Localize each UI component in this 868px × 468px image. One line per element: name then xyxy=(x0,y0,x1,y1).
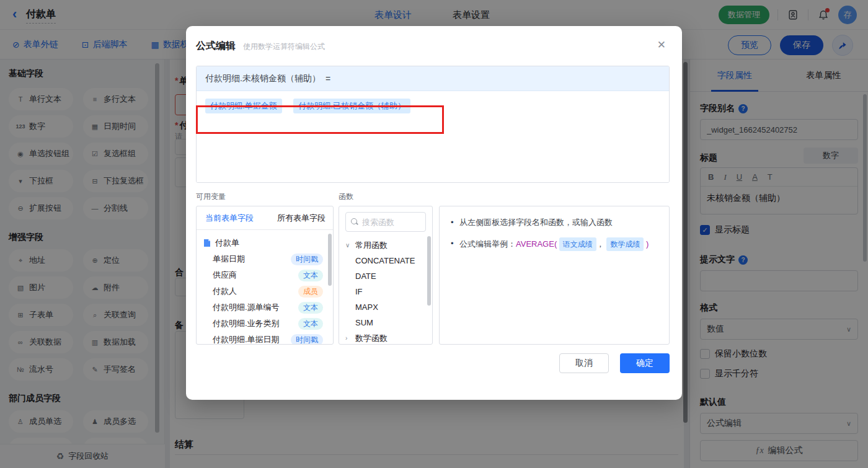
variables-root-node[interactable]: 付款单 xyxy=(197,235,333,251)
close-icon[interactable]: ✕ xyxy=(657,38,666,51)
variables-tabs: 当前表单字段 所有表单字段 xyxy=(197,206,333,230)
function-item[interactable]: MAPX xyxy=(339,299,432,315)
formula-input-area[interactable]: 付款明细.单据金额-付款明细.已核销金额（辅助） xyxy=(197,91,669,182)
variable-item[interactable]: 付款人成员 xyxy=(197,283,333,299)
variable-item[interactable]: 付款明细.源单编号文本 xyxy=(197,299,333,316)
variables-panel: 当前表单字段 所有表单字段 付款单 单据日期时间戳 供应商文本 付款人成员 付款… xyxy=(196,206,334,345)
variable-name: 供应商 xyxy=(213,270,237,281)
function-group-math[interactable]: › 数学函数 xyxy=(339,330,432,345)
panel-labels-row: 可用变量 函数 xyxy=(196,192,670,202)
example-function-open: AVERAGE( xyxy=(516,239,557,249)
type-badge: 文本 xyxy=(298,302,323,314)
confirm-button[interactable]: 确定 xyxy=(620,353,670,373)
modal-title: 公式编辑 xyxy=(196,40,236,53)
variable-item[interactable]: 付款明细.业务类别文本 xyxy=(197,316,333,332)
tab-current-form-fields[interactable]: 当前表单字段 xyxy=(205,213,254,224)
formula-token-right[interactable]: 付款明细.已核销金额（辅助） xyxy=(293,99,410,113)
variables-label: 可用变量 xyxy=(196,192,339,202)
tab-all-form-fields[interactable]: 所有表单字段 xyxy=(277,213,326,224)
variable-name: 付款明细.业务类别 xyxy=(213,318,280,329)
formula-target-bar: 付款明细.未核销金额（辅助） = xyxy=(197,66,669,91)
modal-header: 公式编辑 使用数学运算符编辑公式 xyxy=(186,26,682,53)
variable-item[interactable]: 付款明细.单据日期时间戳 xyxy=(197,332,333,345)
formula-target: 付款明细.未核销金额（辅助） xyxy=(205,73,321,84)
function-search-box[interactable] xyxy=(345,212,426,232)
formula-token-left[interactable]: 付款明细.单据金额 xyxy=(205,99,282,113)
root-label: 付款单 xyxy=(215,237,239,249)
type-badge: 文本 xyxy=(298,318,323,330)
type-badge: 文本 xyxy=(298,270,323,281)
variables-list: 付款单 单据日期时间戳 供应商文本 付款人成员 付款明细.源单编号文本 付款明细… xyxy=(197,230,333,345)
comma: ， xyxy=(596,239,604,249)
type-badge: 成员 xyxy=(298,286,323,298)
variable-name: 单据日期 xyxy=(213,254,245,265)
functions-label: 函数 xyxy=(339,192,353,202)
function-item[interactable]: IF xyxy=(339,284,432,299)
example-arg-2: 数学成绩 xyxy=(606,237,644,251)
help-body: 从左侧面板选择字段名和函数，或输入函数 公式编辑举例：AVERAGE( 语文成绩… xyxy=(440,206,669,270)
modal-subtitle: 使用数学运算符编辑公式 xyxy=(243,42,325,52)
function-item[interactable]: CONCATENATE xyxy=(339,253,432,268)
cancel-button[interactable]: 取消 xyxy=(559,353,609,373)
example-label: 公式编辑举例： xyxy=(459,239,516,249)
help-panel: 从左侧面板选择字段名和函数，或输入函数 公式编辑举例：AVERAGE( 语文成绩… xyxy=(439,206,670,345)
group-label: 常用函数 xyxy=(355,240,388,251)
modal-panels: 当前表单字段 所有表单字段 付款单 单据日期时间戳 供应商文本 付款人成员 付款… xyxy=(196,206,670,345)
formula-edit-modal: 公式编辑 使用数学运算符编辑公式 ✕ 付款明细.未核销金额（辅助） = 付款明细… xyxy=(186,26,682,400)
functions-panel: ∨ 常用函数 CONCATENATE DATE IF MAPX SUM › 数学… xyxy=(339,206,433,345)
example-arg-1: 语文成绩 xyxy=(559,237,596,251)
variable-name: 付款明细.源单编号 xyxy=(213,302,280,313)
function-item[interactable]: SUM xyxy=(339,315,432,330)
type-badge: 时间戳 xyxy=(291,334,323,345)
equals-sign: = xyxy=(326,74,330,84)
modal-footer: 取消 确定 xyxy=(186,353,670,373)
function-search-input[interactable] xyxy=(362,218,418,227)
functions-scrollbar[interactable] xyxy=(427,236,431,306)
function-item[interactable]: DATE xyxy=(339,268,432,284)
variable-name: 付款人 xyxy=(213,286,237,297)
variables-scrollbar[interactable] xyxy=(328,234,332,286)
type-badge: 时间戳 xyxy=(291,254,323,265)
help-bullet-2: 公式编辑举例：AVERAGE( 语文成绩， 数学成绩 ) xyxy=(451,237,658,251)
minus-operator[interactable]: - xyxy=(282,100,294,110)
variable-item[interactable]: 供应商文本 xyxy=(197,267,333,283)
chevron-down-icon: ∨ xyxy=(345,242,352,249)
example-function-close: ) xyxy=(646,239,649,249)
group-label: 数学函数 xyxy=(355,333,388,344)
search-icon xyxy=(351,218,358,226)
help-bullet-1: 从左侧面板选择字段名和函数，或输入函数 xyxy=(451,216,658,229)
function-group-common[interactable]: ∨ 常用函数 xyxy=(339,237,432,253)
variable-name: 付款明细.单据日期 xyxy=(213,334,280,345)
chevron-right-icon: › xyxy=(345,335,352,342)
variable-item[interactable]: 单据日期时间戳 xyxy=(197,251,333,267)
formula-editor: 付款明细.未核销金额（辅助） = 付款明细.单据金额-付款明细.已核销金额（辅助… xyxy=(196,66,670,183)
